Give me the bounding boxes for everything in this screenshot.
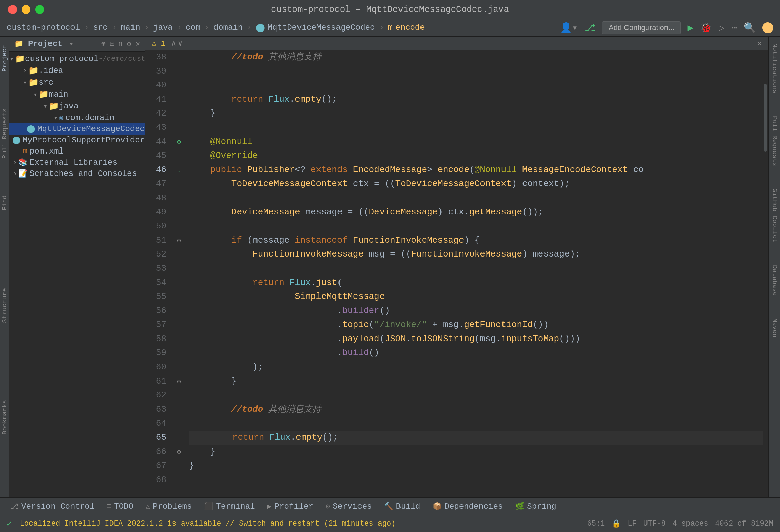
pom-name: pom.xml [29,147,64,156]
search-icon[interactable]: 🔍 [744,22,756,34]
breadcrumb-file[interactable]: MqttDeviceMessageCodec [268,23,375,32]
add-configuration-button[interactable]: Add Configuration... [602,21,681,34]
status-warning-text[interactable]: Localized IntelliJ IDEA 2022.1.2 is avai… [20,519,395,528]
tree-main[interactable]: ▾ 📁 main [9,88,145,100]
breadcrumb-project[interactable]: custom-protocol [7,23,80,32]
editor-scrollbar[interactable] [763,50,768,497]
breadcrumb-domain[interactable]: domain [213,23,243,32]
breadcrumb-com[interactable]: com [186,23,200,32]
status-memory[interactable]: 4062 of 8192M [715,519,773,528]
status-position[interactable]: 65:1 [587,519,605,528]
tab-pull-requests-right[interactable]: Pull Requests [770,112,779,169]
dropdown-arrow[interactable]: ▾ [69,39,74,48]
gutter-43 [172,121,186,135]
problems-icon: ⚠ [146,502,150,511]
idea-icon: 📁 [28,66,39,76]
profiler-button[interactable]: ▶ Profiler [262,500,319,512]
tab-github-copilot[interactable]: GitHub Copilot [770,185,779,246]
spring-button[interactable]: 🌿 Spring [510,500,561,512]
java-icon: 📁 [49,101,59,111]
profiler-icon: ▶ [267,502,272,511]
code-line-38: //todo 其他消息支持 [189,50,763,64]
tree-java[interactable]: ▾ 📁 java [9,100,145,112]
terminal-button[interactable]: ⬛ Terminal [199,500,260,512]
todo-button[interactable]: ≡ TODO [101,500,139,512]
code-editor[interactable]: //todo 其他消息支持 return Flux.empty(); } [186,50,763,497]
tab-database[interactable]: Database [770,262,779,299]
status-lock-icon: 🔒 [612,519,621,528]
breadcrumb-src[interactable]: src [93,23,107,32]
sort-icon[interactable]: ⇅ [118,39,123,48]
project-header: 📁 Project ▾ ⊕ ⊟ ⇅ ⚙ ✕ [9,37,145,52]
idea-arrow: › [23,67,27,75]
code-line-42: } [189,106,763,121]
minimize-button[interactable] [22,5,30,14]
gutter-67 [172,459,186,473]
build-button[interactable]: 🔨 Build [378,500,426,512]
breadcrumb-java[interactable]: java [153,23,173,32]
maximize-button[interactable] [35,5,44,14]
close-button[interactable] [8,5,17,14]
settings-icon[interactable]: ⚙ [127,39,131,48]
toolbar-right: 👤▾ ⎇ Add Configuration... ▶ 🐞 ▷ ⋯ 🔍 [560,21,773,34]
window-title: custom-protocol – MqttDeviceMessageCodec… [271,4,509,15]
status-indent[interactable]: 4 spaces [673,519,709,528]
user-avatar[interactable] [762,22,773,33]
tree-scratches[interactable]: › 📝 Scratches and Consoles [9,168,145,179]
tab-bookmarks[interactable]: Bookmarks [0,395,10,439]
code-line-41: return Flux.empty(); [189,93,763,107]
root-folder-icon: 📁 [15,54,25,64]
warning-nav-down[interactable]: ∨ [178,39,182,48]
status-encoding[interactable]: UTF-8 [643,519,666,528]
tree-root[interactable]: ▾ 📁 custom-protocol ~/demo/custom-protoc… [9,53,145,65]
tab-maven[interactable]: Maven [770,315,779,341]
coverage-icon[interactable]: ▷ [719,22,724,34]
more-run-icon[interactable]: ⋯ [731,22,737,34]
line-65: 65 [145,431,166,445]
close-panel-icon[interactable]: ✕ [136,39,140,48]
services-button[interactable]: ⚙ Services [320,500,377,512]
java-name: java [59,102,79,111]
code-line-65[interactable]: return Flux.empty(); [189,431,763,445]
close-warning[interactable]: ✕ [757,39,762,48]
tab-find[interactable]: Find [0,190,10,216]
tree-pom[interactable]: m pom.xml [9,146,145,157]
spring-label: Spring [527,502,556,511]
extlibs-name: External Libraries [29,158,117,167]
collapse-icon[interactable]: ⊟ [110,39,114,48]
code-line-66: } [189,445,763,459]
code-line-40 [189,78,763,93]
tree-idea[interactable]: › 📁 .idea [9,65,145,77]
warning-nav-up[interactable]: ∧ [171,39,176,48]
tree-my-protocol[interactable]: ⬤ MyProtocolSupportProvider [9,135,145,146]
tree-mqtt-codec[interactable]: ⬤ MqttDeviceMessageCodec [9,123,145,135]
status-line-ending[interactable]: LF [628,519,636,528]
extlibs-arrow: › [13,159,17,166]
gutter-59 [172,346,186,360]
tree-ext-libs[interactable]: › 📚 External Libraries [9,157,145,168]
tab-structure[interactable]: Structure [0,283,10,328]
line-62: 62 [145,388,166,403]
locate-icon[interactable]: ⊕ [101,39,106,48]
version-control-button[interactable]: ⎇ Version Control [5,500,100,512]
tab-notifications[interactable]: Notifications [770,40,779,97]
tab-pull-requests[interactable]: Pull Requests [0,104,10,163]
breadcrumb-method[interactable]: encode [395,23,425,32]
line-54: 54 [145,276,166,290]
build-icon: 🔨 [384,502,393,511]
dependencies-button[interactable]: 📦 Dependencies [427,500,509,512]
tab-project[interactable]: Project [0,40,10,77]
tree-src[interactable]: ▾ 📁 src [9,77,145,88]
terminal-label: Terminal [216,502,255,511]
vcs-icon: 👤▾ [560,22,578,34]
debug-icon[interactable]: 🐞 [700,22,712,34]
gutter-50 [172,219,186,233]
code-line-45: @Override [189,149,763,163]
version-control-label: Version Control [21,502,95,511]
breadcrumb-main[interactable]: main [121,23,140,32]
code-container: 38 39 40 41 42 43 44 45 46 47 48 49 50 5… [145,50,768,497]
run-icon[interactable]: ▶ [687,22,693,34]
tree-com-domain[interactable]: ▾ ◉ com.domain [9,112,145,123]
build-label: Build [396,502,420,511]
problems-button[interactable]: ⚠ Problems [140,500,197,512]
